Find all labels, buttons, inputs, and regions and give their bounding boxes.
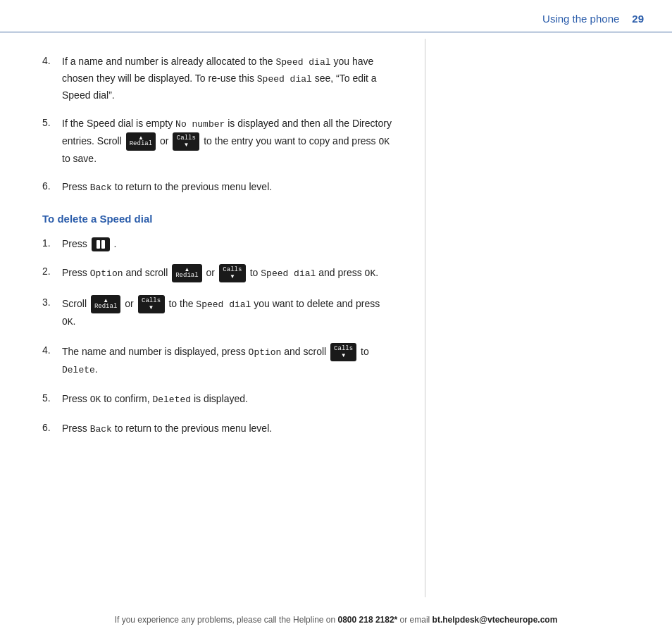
calls-button-icon: Calls ▼ xyxy=(219,264,246,282)
list-item: 2. Press Option and scroll ▲ Redial or C… xyxy=(42,264,394,282)
page-footer: If you experience any problems, please c… xyxy=(0,604,672,636)
list-content: The name and number is displayed, press … xyxy=(62,343,394,378)
page-number: 29 xyxy=(632,13,644,25)
footer-phone: 0800 218 2182* xyxy=(338,615,398,625)
redial-button-icon: ▲ Redial xyxy=(172,264,201,282)
inline-code: Delete xyxy=(62,365,95,375)
page-container: Using the phone 29 4. If a name and numb… xyxy=(0,0,672,636)
menu-svg-icon xyxy=(96,239,106,249)
list-item: 1. Press ​ . xyxy=(42,236,394,251)
inline-code: OK xyxy=(90,394,101,405)
list-number: 5. xyxy=(42,116,62,131)
list-content: Press Back to return to the previous men… xyxy=(62,179,394,196)
list-item: 6. Press Back to return to the previous … xyxy=(42,420,394,437)
calls-small-icon: Calls ▼ xyxy=(330,343,356,361)
arrow-down-icon: ▼ xyxy=(183,142,189,148)
list-number: 1. xyxy=(42,236,62,251)
list-item: 4. If a name and number is already alloc… xyxy=(42,54,394,103)
list-content: Press OK to confirm, Deleted is displaye… xyxy=(62,391,394,408)
inline-code: Speed dial xyxy=(196,299,251,310)
arrow-down-icon: ▼ xyxy=(149,305,154,311)
calls-button-icon: Calls ▼ xyxy=(138,295,165,313)
svg-rect-1 xyxy=(101,240,105,249)
inline-code: Back xyxy=(90,424,112,435)
section-heading: To delete a Speed dial xyxy=(42,213,394,225)
list-item: 6. Press Back to return to the previous … xyxy=(42,179,394,196)
inline-code: Option xyxy=(90,268,123,279)
list-content: If the Speed dial is empty No number is … xyxy=(62,116,394,166)
list-item: 4. The name and number is displayed, pre… xyxy=(42,343,394,378)
menu-book-icon: ​ xyxy=(92,237,110,251)
svg-rect-0 xyxy=(97,240,100,249)
inline-code: OK xyxy=(365,268,376,279)
redial-label: Redial xyxy=(94,304,117,311)
list-content: Scroll ▲ Redial or Calls ▼ to the Speed … xyxy=(62,295,394,330)
list-content: Press Back to return to the previous men… xyxy=(62,420,394,437)
list-item: 3. Scroll ▲ Redial or Calls ▼ to the Spe… xyxy=(42,295,394,330)
list-content: Press ​ . xyxy=(62,236,394,251)
content-area: 4. If a name and number is already alloc… xyxy=(0,32,437,471)
inline-code: Speed dial xyxy=(276,57,331,68)
inline-code: OK xyxy=(379,136,390,146)
list-content: Press Option and scroll ▲ Redial or Call… xyxy=(62,264,394,282)
list-item: 5. Press OK to confirm, Deleted is displ… xyxy=(42,391,394,408)
redial-label: Redial xyxy=(175,273,198,280)
footer-email: bt.helpdesk@vtecheurope.com xyxy=(433,615,558,625)
footer-prefix: If you experience any problems, please c… xyxy=(115,615,338,625)
redial-button-icon: ▲ Redial xyxy=(126,132,156,151)
list-number: 5. xyxy=(42,391,62,406)
redial-button-icon: ▲ Redial xyxy=(91,295,120,313)
redial-label: Redial xyxy=(130,141,152,148)
inline-code: Speed dial xyxy=(257,74,312,85)
arrow-down-icon: ▼ xyxy=(341,353,347,358)
inline-code: Deleted xyxy=(152,394,191,405)
inline-code: OK xyxy=(62,317,73,328)
list-number: 4. xyxy=(42,54,62,69)
page-header: Using the phone 29 xyxy=(0,0,672,32)
list-content: If a name and number is already allocate… xyxy=(62,54,394,103)
header-title: Using the phone xyxy=(542,13,619,25)
list-number: 3. xyxy=(42,295,62,311)
calls-button-icon: Calls ▼ xyxy=(173,132,199,151)
inline-code: Speed dial xyxy=(261,268,316,279)
list-number: 6. xyxy=(42,420,62,436)
inline-code: Option xyxy=(249,347,282,358)
list-number: 6. xyxy=(42,179,62,194)
list-number: 2. xyxy=(42,264,62,280)
footer-middle: or email xyxy=(397,615,432,625)
inline-code: Back xyxy=(90,182,112,193)
inline-code: No number xyxy=(175,119,225,130)
list-item: 5. If the Speed dial is empty No number … xyxy=(42,116,394,166)
arrow-down-icon: ▼ xyxy=(230,274,235,280)
list-number: 4. xyxy=(42,343,62,358)
vertical-divider xyxy=(425,39,425,597)
